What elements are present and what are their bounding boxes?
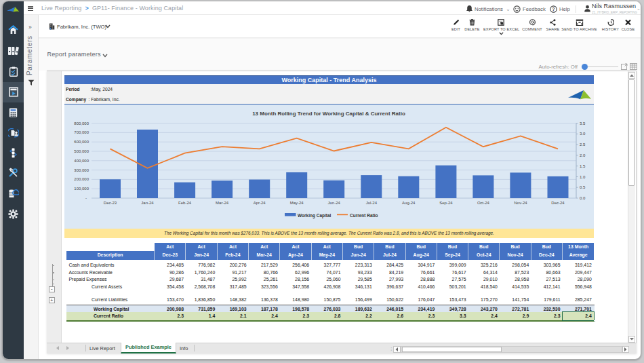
- svg-text:400,000: 400,000: [74, 158, 89, 162]
- svg-text:13 Month Rolling Trend for Wor: 13 Month Rolling Trend for Working Capit…: [252, 111, 405, 117]
- svg-text:Sep-24: Sep-24: [439, 200, 453, 204]
- svg-text:1.5: 1.5: [580, 164, 586, 168]
- svg-text:100,000: 100,000: [74, 187, 89, 191]
- svg-text:Working Capital: Working Capital: [298, 213, 331, 218]
- svg-text:Apr-24: Apr-24: [254, 200, 266, 204]
- svg-text:Jan-24: Jan-24: [141, 200, 154, 204]
- svg-text:Dec-23: Dec-23: [104, 200, 117, 204]
- svg-text:Current Ratio: Current Ratio: [350, 213, 378, 218]
- svg-text:2.5: 2.5: [580, 142, 586, 147]
- svg-text:200,000: 200,000: [74, 177, 89, 181]
- svg-text:1.0: 1.0: [580, 174, 586, 178]
- svg-text:Oct-24: Oct-24: [477, 200, 490, 204]
- svg-text:3.0: 3.0: [580, 132, 586, 136]
- svg-text:Dec-24: Dec-24: [551, 200, 565, 204]
- svg-text:Nov-24: Nov-24: [514, 200, 527, 204]
- svg-text:0.0: 0.0: [580, 196, 586, 200]
- svg-text:300,000: 300,000: [74, 168, 89, 172]
- svg-text:600,000: 600,000: [74, 140, 89, 144]
- svg-text:800,000: 800,000: [74, 121, 89, 125]
- svg-text:2.0: 2.0: [580, 153, 586, 157]
- svg-text:-: -: [85, 196, 87, 200]
- svg-text:Aug-24: Aug-24: [402, 200, 416, 204]
- svg-text:?: ?: [552, 7, 555, 12]
- svg-text:Jul-24: Jul-24: [366, 200, 378, 204]
- svg-text:May-24: May-24: [290, 200, 304, 204]
- svg-text:700,000: 700,000: [74, 130, 89, 134]
- svg-text:Jun-24: Jun-24: [328, 200, 341, 204]
- svg-text:Feb-24: Feb-24: [178, 200, 192, 204]
- svg-text:Mar-24: Mar-24: [216, 200, 229, 204]
- svg-text:0.5: 0.5: [580, 185, 586, 189]
- svg-text:500,000: 500,000: [74, 149, 89, 153]
- svg-text:3.5: 3.5: [580, 121, 586, 125]
